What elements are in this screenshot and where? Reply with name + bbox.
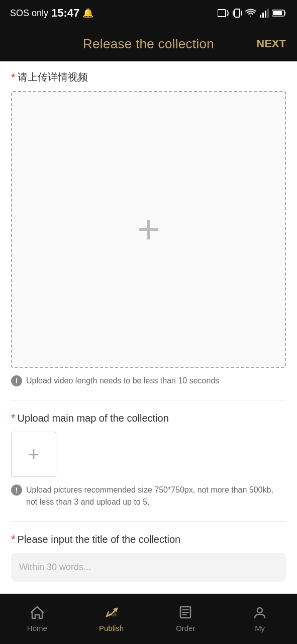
- video-section-label: * 请上传详情视频: [11, 70, 286, 84]
- signal-icon: [260, 9, 269, 18]
- divider-1: [11, 400, 286, 400]
- svg-rect-7: [267, 9, 269, 18]
- video-hint-text: Upload video length needs to be less tha…: [26, 375, 219, 387]
- video-upload-area[interactable]: +: [11, 91, 286, 368]
- main-content: * 请上传详情视频 + ! Upload video length needs …: [0, 61, 297, 642]
- my-icon: [253, 605, 267, 622]
- home-icon: [30, 605, 45, 622]
- nav-my[interactable]: My: [240, 605, 280, 632]
- video-plus-icon: +: [137, 209, 160, 250]
- wifi-icon: [245, 9, 257, 18]
- svg-point-14: [257, 608, 262, 613]
- page-header: Release the collection NEXT: [0, 26, 297, 61]
- divider-2: [11, 521, 286, 522]
- next-button[interactable]: NEXT: [256, 37, 286, 50]
- publish-icon: [104, 605, 119, 622]
- battery-icon: [272, 9, 287, 17]
- video-label-text: 请上传详情视频: [18, 70, 88, 84]
- svg-rect-9: [273, 11, 282, 15]
- nav-publish[interactable]: Publish: [91, 605, 132, 632]
- video-hint: ! Upload video length needs to be less t…: [11, 375, 286, 387]
- svg-rect-1: [235, 9, 240, 17]
- nav-my-label: My: [255, 624, 265, 632]
- nav-order[interactable]: Order: [165, 605, 206, 632]
- nav-home[interactable]: Home: [17, 605, 57, 632]
- title-placeholder: Within 30 words...: [19, 562, 91, 572]
- nav-home-label: Home: [27, 624, 47, 632]
- image-hint-text: Upload pictures recommended size 750*750…: [26, 484, 286, 508]
- order-icon: [178, 605, 192, 622]
- title-input-area[interactable]: Within 30 words...: [11, 553, 286, 582]
- video-required-star: *: [11, 71, 16, 84]
- image-upload-box[interactable]: +: [11, 432, 56, 477]
- svg-rect-0: [218, 10, 226, 17]
- video-hint-icon: !: [11, 375, 22, 386]
- status-right: [218, 8, 287, 18]
- image-hint-icon: !: [11, 485, 22, 496]
- image-label-text: Upload main map of the collection: [18, 413, 169, 424]
- title-section-label: * Please input the title of the collecti…: [11, 533, 286, 546]
- nav-order-label: Order: [176, 624, 195, 632]
- sos-label: SOS only: [10, 8, 48, 19]
- status-time: 15:47: [51, 7, 79, 20]
- image-hint: ! Upload pictures recommended size 750*7…: [11, 484, 286, 508]
- image-required-star: *: [11, 412, 16, 425]
- title-required-star: *: [11, 533, 16, 546]
- svg-rect-6: [265, 11, 266, 18]
- svg-rect-5: [262, 13, 264, 18]
- svg-rect-4: [260, 15, 261, 18]
- status-bar: SOS only 15:47 🔔: [0, 0, 297, 26]
- vibrate-icon: [233, 8, 242, 18]
- nav-publish-label: Publish: [99, 624, 124, 632]
- nfc-icon: [218, 9, 230, 18]
- status-left: SOS only 15:47 🔔: [10, 7, 93, 20]
- image-section-label: * Upload main map of the collection: [11, 412, 286, 425]
- bottom-nav: Home Publish Order: [0, 594, 297, 644]
- image-plus-icon: +: [28, 444, 39, 464]
- page-title: Release the collection: [83, 36, 214, 52]
- bell-icon: 🔔: [82, 8, 93, 19]
- title-label-text: Please input the title of the collection: [18, 534, 181, 545]
